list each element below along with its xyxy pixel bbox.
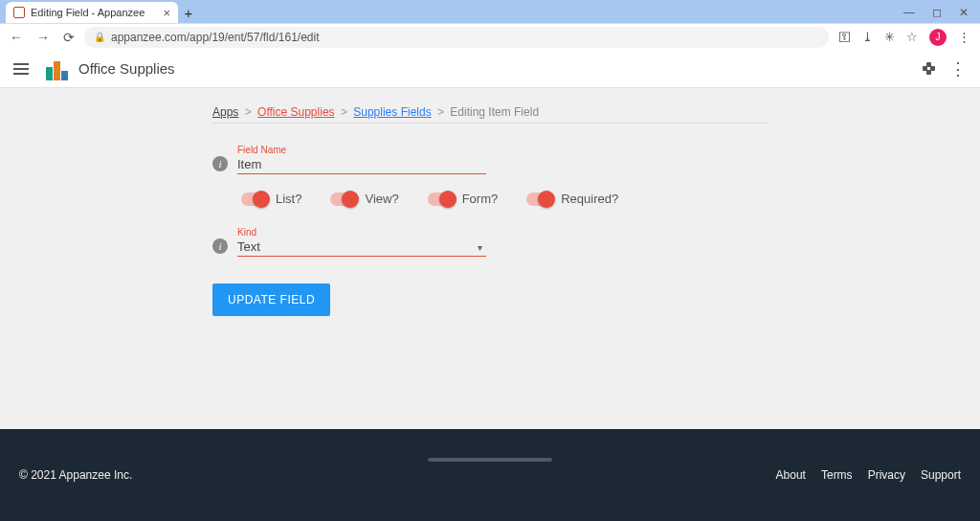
browser-chrome: Editing Field - Appanzee × + ― ◻ ✕ ← → ⟳…	[0, 0, 980, 50]
toggle-row: List? View? Form? Required?	[241, 192, 653, 206]
new-tab-button[interactable]: +	[178, 2, 199, 23]
footer: © 2021 Appanzee Inc. About Terms Privacy…	[0, 429, 980, 521]
chevron-down-icon: ▾	[478, 242, 482, 253]
reload-icon[interactable]: ⟳	[63, 30, 75, 45]
breadcrumb-apps[interactable]: Apps	[212, 105, 238, 119]
kind-select[interactable]	[237, 238, 486, 257]
breadcrumb-office-supplies[interactable]: Office Supplies	[257, 105, 335, 119]
field-name-input[interactable]	[237, 155, 486, 174]
app-header: Office Supplies ⋮	[0, 50, 980, 88]
footer-privacy[interactable]: Privacy	[868, 468, 905, 482]
close-icon[interactable]: ×	[163, 6, 170, 20]
star-icon[interactable]: ☆	[906, 30, 918, 44]
toggle-list[interactable]: List?	[241, 192, 301, 206]
tab-title: Editing Field - Appanzee	[31, 7, 145, 18]
window-minimize-icon[interactable]: ―	[903, 6, 915, 19]
info-icon[interactable]: i	[212, 238, 228, 254]
field-name-label: Field Name	[237, 145, 486, 155]
app-title: Office Supplies	[78, 60, 175, 77]
app-logo-icon	[46, 57, 69, 80]
switch-icon	[526, 193, 553, 206]
tab-bar: Editing Field - Appanzee × + ― ◻ ✕	[0, 0, 980, 23]
loading-bar	[428, 458, 552, 462]
info-icon[interactable]: i	[212, 156, 228, 171]
toggle-required[interactable]: Required?	[526, 192, 618, 206]
back-icon[interactable]: ←	[10, 30, 23, 45]
profile-avatar[interactable]: J	[929, 29, 947, 46]
lock-icon: 🔒	[94, 32, 105, 42]
copyright: © 2021 Appanzee Inc.	[19, 468, 132, 482]
breadcrumb-supplies-fields[interactable]: Supplies Fields	[353, 105, 431, 119]
breadcrumb-current: Editing Item Field	[450, 105, 539, 119]
window-controls: ― ◻ ✕	[903, 2, 980, 23]
favicon-icon	[13, 7, 25, 18]
more-icon[interactable]: ⋮	[949, 58, 967, 79]
kind-label: Kind	[237, 227, 486, 238]
apps-grid-icon[interactable]	[923, 62, 936, 76]
menu-icon[interactable]: ⋮	[958, 30, 970, 44]
forward-icon[interactable]: →	[36, 30, 50, 45]
hamburger-icon[interactable]	[13, 63, 29, 75]
window-close-icon[interactable]: ✕	[959, 6, 969, 19]
footer-support[interactable]: Support	[921, 468, 961, 482]
extensions-icon[interactable]: ✳	[884, 30, 895, 44]
switch-icon	[428, 193, 455, 206]
window-maximize-icon[interactable]: ◻	[932, 6, 942, 19]
url-input[interactable]: 🔒 appanzee.com/app/19/ent/57/fld/161/edi…	[84, 27, 829, 48]
content-area: Apps > Office Supplies > Supplies Fields…	[0, 88, 980, 316]
install-icon[interactable]: ⤓	[862, 30, 873, 44]
switch-icon	[241, 193, 268, 206]
footer-about[interactable]: About	[776, 468, 806, 482]
key-icon[interactable]: ⚿	[838, 30, 851, 44]
breadcrumb: Apps > Office Supplies > Supplies Fields…	[212, 105, 768, 124]
toggle-form[interactable]: Form?	[428, 192, 499, 206]
update-field-button[interactable]: UPDATE FIELD	[212, 283, 330, 316]
toggle-view[interactable]: View?	[330, 192, 398, 206]
switch-icon	[330, 193, 357, 206]
address-bar: ← → ⟳ 🔒 appanzee.com/app/19/ent/57/fld/1…	[0, 23, 980, 50]
footer-terms[interactable]: Terms	[821, 468, 853, 482]
url-text: appanzee.com/app/19/ent/57/fld/161/edit	[111, 31, 320, 44]
browser-tab[interactable]: Editing Field - Appanzee ×	[6, 2, 178, 23]
